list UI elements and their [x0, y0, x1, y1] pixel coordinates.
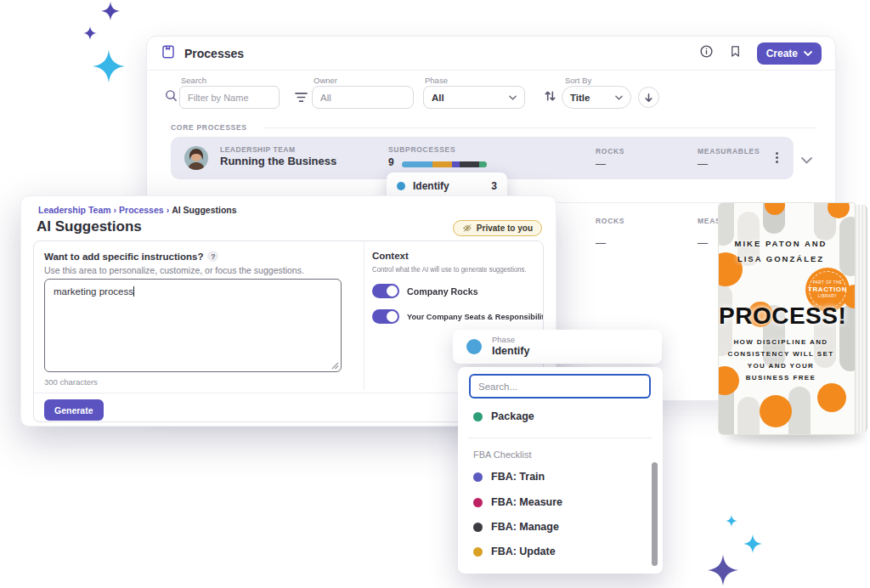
search-icon — [164, 88, 178, 106]
seats-responsibilities-toggle[interactable] — [372, 309, 399, 324]
resize-handle-icon[interactable] — [331, 362, 339, 370]
chevron-down-icon — [509, 95, 517, 100]
row-expand-chevron-icon[interactable] — [801, 152, 812, 167]
instructions-textarea[interactable]: marketing process — [44, 279, 342, 372]
rocks-label: ROCKS — [596, 147, 624, 155]
context-toggle-row: Company Rocks — [372, 284, 480, 298]
chevron-down-icon — [615, 95, 623, 100]
context-hint: Control what the AI will use to generate… — [372, 265, 527, 274]
owner-label: Owner — [314, 76, 337, 85]
context-title: Context — [372, 251, 409, 261]
sort-direction-button[interactable] — [638, 87, 659, 108]
dropdown-item-fba-train[interactable]: FBA: Train — [473, 471, 545, 483]
sort-icon[interactable] — [544, 89, 556, 106]
progress-segment — [479, 161, 487, 167]
phase-dropdown: Package FBA Checklist FBA: Train FBA: Me… — [458, 367, 663, 574]
text-caret — [133, 286, 134, 297]
generate-button[interactable]: Generate — [44, 399, 104, 421]
sparkle-icon — [708, 555, 738, 585]
help-icon[interactable]: ? — [207, 251, 218, 262]
divider — [264, 127, 816, 128]
sparkle-icon — [83, 26, 97, 40]
phase-label: Phase — [425, 76, 448, 85]
eye-slash-icon — [462, 223, 472, 233]
breadcrumb-current: AI Suggestions — [172, 205, 236, 215]
bookmark-icon[interactable] — [729, 44, 742, 62]
sparkle-icon — [726, 515, 737, 527]
instructions-hint: Use this area to personalize, customize,… — [44, 265, 304, 275]
expanded-measurables-value: — — [698, 237, 708, 249]
dropdown-item-fba-update[interactable]: FBA: Update — [473, 546, 556, 557]
sparkle-icon — [743, 534, 762, 553]
context-toggle-row: Your Company Seats & Responsibilities — [372, 309, 544, 324]
page-title: AI Suggestions — [37, 218, 142, 235]
section-label: CORE PROCESSES — [171, 123, 247, 132]
filter-icon[interactable] — [295, 91, 308, 106]
char-counter: 300 characters — [44, 377, 98, 387]
page-title: Processes — [184, 47, 244, 60]
scrollbar-thumb[interactable] — [652, 462, 658, 566]
book-cover: PART OF THE TRACTION LIBRARY MIKE PATON … — [718, 202, 869, 438]
book-author: MIKE PATON AND — [719, 239, 843, 248]
canvas: { "colors": { "accent": "#5A53C0", "row_… — [0, 0, 870, 588]
progress-segment — [402, 161, 432, 167]
tooltip-count: 3 — [491, 180, 497, 192]
book-front-cover: PART OF THE TRACTION LIBRARY MIKE PATON … — [718, 202, 856, 435]
dropdown-item-package[interactable]: Package — [473, 410, 534, 422]
divider — [468, 438, 652, 438]
progress-segment — [452, 161, 460, 167]
divider — [364, 241, 364, 391]
arrow-down-icon — [644, 93, 653, 103]
toggle-label: Your Company Seats & Responsibilities — [407, 312, 544, 321]
phase-value: Identify — [492, 345, 529, 357]
kebab-icon[interactable] — [776, 150, 778, 165]
toggle-label: Company Rocks — [407, 286, 478, 297]
dropdown-search-input[interactable] — [469, 374, 651, 399]
instructions-question: Want to add specific instructions? ? — [44, 251, 218, 262]
private-badge: Private to you — [453, 220, 542, 236]
sparkle-icon — [101, 2, 120, 20]
sortby-label: Sort By — [565, 76, 591, 85]
team-label: LEADERSHIP TEAM — [220, 145, 296, 154]
window-header: Processes Create — [147, 37, 835, 71]
item-color-dot — [473, 412, 483, 421]
dropdown-item-fba-manage[interactable]: FBA: Manage — [473, 521, 559, 533]
item-color-dot — [473, 498, 483, 507]
subprocesses-count: 9 — [388, 156, 394, 168]
sortby-select[interactable]: Title — [562, 86, 631, 109]
sparkle-icon — [93, 50, 125, 82]
create-button[interactable]: Create — [757, 42, 822, 65]
phase-select[interactable]: All — [423, 86, 525, 109]
item-color-dot — [473, 547, 483, 557]
progress-segment — [460, 161, 479, 167]
chevron-down-icon — [804, 51, 812, 56]
breadcrumb-link[interactable]: Processes — [119, 205, 164, 215]
breadcrumb: Leadership Team›Processes›AI Suggestions — [38, 205, 237, 215]
search-input[interactable] — [179, 86, 280, 109]
item-color-dot — [473, 472, 483, 482]
measurables-label: MEASURABLES — [698, 147, 760, 155]
book-author: LISA GONZÁLEZ — [719, 254, 843, 263]
company-rocks-toggle[interactable] — [372, 284, 399, 298]
phase-dot — [397, 182, 405, 190]
rocks-value: — — [596, 158, 606, 170]
dropdown-group-label: FBA Checklist — [473, 449, 531, 460]
info-icon[interactable] — [699, 44, 714, 62]
dropdown-item-fba-measure[interactable]: FBA: Measure — [473, 496, 562, 508]
breadcrumb-link[interactable]: Leadership Team — [38, 205, 111, 215]
search-label: Search — [181, 76, 206, 85]
phase-dot — [466, 339, 482, 354]
phase-popup-header: Phase Identify — [453, 330, 662, 364]
measurables-value: — — [698, 158, 708, 170]
expanded-rocks-label: ROCKS — [596, 217, 624, 225]
progress-segment — [432, 161, 452, 167]
book-text: MIKE PATON AND LISA GONZÁLEZ PROCESS! HO… — [719, 203, 843, 434]
tooltip-label: Identify — [413, 180, 449, 192]
avatar — [184, 146, 208, 173]
process-name: Running the Business — [220, 155, 336, 167]
expanded-rocks-value: — — [596, 237, 606, 249]
owner-select[interactable]: All — [312, 86, 414, 109]
subprocess-progress-bar[interactable] — [402, 161, 487, 167]
journal-icon — [161, 44, 176, 63]
subprocesses-label: SUBPROCESSES — [388, 145, 455, 154]
